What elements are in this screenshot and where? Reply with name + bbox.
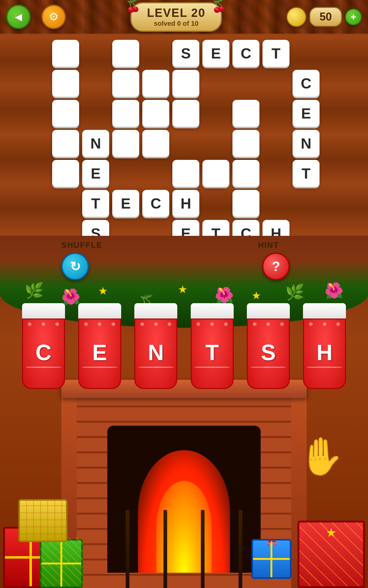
crossword-cell-r3c5[interactable] (172, 100, 199, 127)
snowflakes-5: ❄❄❄ (304, 321, 345, 328)
holly-left-icon: 🍒 (125, 0, 141, 13)
snowflakes-4: ❄❄❄ (248, 321, 289, 328)
crossword-cell-r3c7[interactable] (232, 100, 259, 127)
stocking-1[interactable]: ❄❄❄ E (78, 303, 121, 389)
stocking-letter-0: C (36, 340, 52, 365)
stocking-dashes-1 (81, 367, 118, 368)
gift-4: ★ (297, 521, 365, 588)
crossword-cell-r1c6[interactable]: E (202, 40, 229, 67)
crossword-cell-r6c5[interactable]: H (172, 190, 199, 217)
crossword-cell-r5c2[interactable]: E (82, 160, 109, 187)
stocking-body-1: ❄❄❄ E (78, 318, 121, 389)
stocking-dashes-2 (137, 367, 174, 368)
crossword-cell-r3c9[interactable]: E (293, 100, 320, 127)
star-3: ★ (251, 289, 261, 302)
holly-4: 🌺 (215, 286, 234, 304)
hint-label: HINT (258, 240, 279, 250)
holly-right-icon: 🍒 (212, 0, 227, 13)
bottom-scene: SHUFFLE HINT ↻ ? 🌿 🌺 ★ 🍒 ★ 🌺 ★ 🌿 🌺 (0, 236, 368, 588)
add-coins-button[interactable]: + (345, 9, 362, 25)
hint-icon: ? (272, 259, 280, 274)
crossword-cell-r6c4[interactable]: C (142, 190, 169, 217)
crossword-cell-r5c1[interactable] (52, 160, 79, 187)
stocking-dashes-0 (25, 367, 62, 368)
coins-area: 50 + (286, 7, 362, 27)
stocking-body-4: ❄❄❄ S (247, 318, 290, 389)
level-badge: 🍒 LEVEL 20 solved 0 of 10 🍒 (130, 2, 222, 32)
stocking-body-0: ❄❄❄ C (22, 318, 65, 389)
crossword-cell-r5c6[interactable] (202, 160, 229, 187)
crossword-cell-r2c5[interactable] (172, 70, 199, 97)
crossword-cell-r2c4[interactable] (142, 70, 169, 97)
stocking-dashes-4 (250, 367, 287, 368)
level-title: LEVEL 20 (147, 6, 205, 20)
crossword-cell-r4c2[interactable]: N (82, 130, 109, 157)
holly-1: 🌿 (25, 282, 44, 300)
stockings-row: ❄❄❄ C ❄❄❄ E (15, 303, 353, 410)
stocking-0[interactable]: ❄❄❄ C (22, 303, 65, 389)
gift-2 (40, 539, 83, 588)
hint-button[interactable]: ? (262, 253, 290, 280)
stocking-letter-1: E (92, 340, 107, 365)
crossword-cell-r5c9[interactable]: T (293, 160, 320, 187)
stocking-4[interactable]: ❄❄❄ S (247, 303, 290, 389)
fireplace-scene: 🌿 🌺 ★ 🍒 ★ 🌺 ★ 🌿 🌺 (0, 236, 368, 588)
crossword-cell-r4c7[interactable] (232, 130, 259, 157)
stocking-body-5: ❄❄❄ H (303, 318, 346, 389)
coin-icon (286, 7, 306, 27)
stocking-dashes-5 (306, 367, 343, 368)
stocking-letter-5: H (316, 340, 332, 365)
stocking-5[interactable]: ❄❄❄ H (303, 303, 346, 389)
crossword-cell-r6c7[interactable] (232, 190, 259, 217)
crossword-cell-r4c9[interactable]: N (293, 130, 320, 157)
star-2: ★ (178, 283, 187, 296)
stocking-letter-2: N (148, 340, 164, 365)
holly-6: 🌺 (324, 282, 343, 300)
crossword-cell-r1c1[interactable] (52, 40, 79, 67)
crossword-cell-r1c7[interactable]: C (232, 40, 259, 67)
crossword-cell-r2c1[interactable] (52, 70, 79, 97)
crossword-cell-r1c5[interactable]: S (172, 40, 199, 67)
shuffle-button[interactable]: ↻ (61, 253, 89, 280)
snowflakes-2: ❄❄❄ (135, 321, 176, 328)
crossword-cell-r5c7[interactable] (232, 160, 259, 187)
crossword-cell-r6c3[interactable]: E (112, 190, 139, 217)
crossword-cell-r2c9[interactable]: C (293, 70, 320, 97)
crossword-cell-r6c2[interactable]: T (82, 190, 109, 217)
settings-button[interactable] (41, 5, 66, 29)
game-area: SECTCENNETTECHSETCH (0, 34, 368, 236)
stocking-letter-3: T (205, 340, 219, 365)
gift-3 (18, 499, 67, 542)
crossword-cell-r4c1[interactable] (52, 130, 79, 157)
shuffle-label: SHUFFLE (61, 240, 102, 250)
gift-5: 🎀 (251, 539, 291, 579)
back-button[interactable] (6, 5, 31, 29)
crossword-cell-r1c3[interactable] (112, 40, 139, 67)
action-labels: SHUFFLE HINT (0, 236, 368, 254)
crossword-cell-r3c3[interactable] (112, 100, 139, 127)
coin-count: 50 (309, 7, 342, 27)
crossword-cell-r3c4[interactable] (142, 100, 169, 127)
crossword-cell-r5c5[interactable] (172, 160, 199, 187)
stocking-body-2: ❄❄❄ N (134, 318, 177, 389)
holly-5: 🌿 (285, 283, 304, 301)
crossword-cell-r1c8[interactable]: T (263, 40, 289, 67)
snowflakes-1: ❄❄❄ (79, 321, 120, 328)
crossword-cell-r2c3[interactable] (112, 70, 139, 97)
level-subtitle: solved 0 of 10 (147, 20, 205, 28)
star-1: ★ (98, 285, 108, 297)
stocking-3[interactable]: ❄❄❄ T (191, 303, 234, 389)
crossword-grid: SECTCENNETTECHSETCH (46, 37, 322, 233)
stocking-2[interactable]: ❄❄❄ N (134, 303, 177, 389)
crossword-cell-r4c3[interactable] (112, 130, 139, 157)
snowflakes-3: ❄❄❄ (192, 321, 233, 328)
crossword-cell-r3c1[interactable] (52, 100, 79, 127)
stocking-letter-4: S (261, 340, 276, 365)
cursor-hand: 🤚 (294, 435, 343, 496)
snowflakes-0: ❄❄❄ (23, 321, 64, 328)
crossword-cell-r4c4[interactable] (142, 130, 169, 157)
header: 🍒 LEVEL 20 solved 0 of 10 🍒 50 + (0, 0, 368, 34)
stocking-dashes-3 (194, 367, 231, 368)
stocking-body-3: ❄❄❄ T (191, 318, 234, 389)
